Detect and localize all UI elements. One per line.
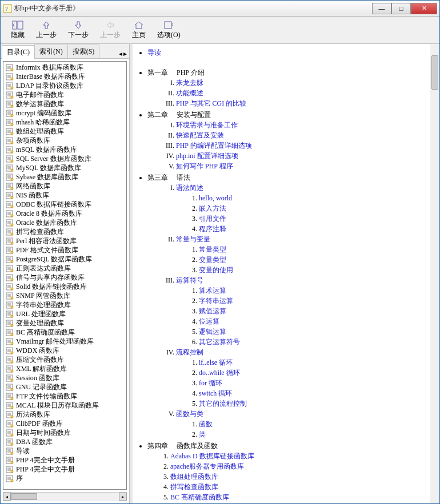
- forward-button[interactable]: 下一步: [62, 18, 94, 42]
- content-link[interactable]: 赋值运算: [199, 307, 226, 315]
- content-link[interactable]: 来龙去脉: [176, 79, 203, 87]
- hide-nav-button[interactable]: 隐藏: [5, 18, 30, 42]
- tree-item[interactable]: Session 函数库: [6, 373, 126, 382]
- tree-item[interactable]: 历法函数库: [6, 410, 126, 419]
- minimize-button[interactable]: —: [372, 3, 391, 14]
- content-link[interactable]: 算术运算: [199, 287, 226, 295]
- content-link[interactable]: 其它运算符号: [199, 338, 240, 346]
- tree-item[interactable]: 网络函数库: [6, 182, 126, 191]
- scroll-thumb[interactable]: [11, 493, 37, 500]
- tree-item[interactable]: Perl 相容语法函数库: [6, 236, 126, 245]
- content-link[interactable]: 函数: [199, 420, 213, 428]
- tree-item[interactable]: URL 处理函数库: [6, 309, 126, 318]
- tab-index[interactable]: 索引(N): [34, 45, 68, 58]
- tree-item[interactable]: 杂项函数库: [6, 136, 126, 145]
- tree-h-scrollbar[interactable]: ◂ ▸: [3, 492, 127, 501]
- tree-item[interactable]: Vmailmgr 邮件处理函数库: [6, 337, 126, 346]
- tree-item[interactable]: mcrypt 编码函数库: [6, 108, 126, 118]
- tree-item[interactable]: 信号与共享内存函数库: [6, 273, 126, 282]
- home-button[interactable]: 主页: [126, 18, 151, 42]
- content-link[interactable]: 常量与变量: [176, 235, 210, 243]
- content-link[interactable]: 常量类型: [199, 245, 226, 253]
- content-link[interactable]: 功能概述: [176, 89, 203, 97]
- tree-item[interactable]: 导读: [6, 446, 126, 455]
- tree-item[interactable]: LDAP 目录协议函数库: [6, 81, 126, 90]
- content-link[interactable]: 拼写检查函数库: [170, 483, 218, 491]
- tree-item[interactable]: 变量处理函数库: [6, 318, 126, 328]
- tree-item[interactable]: GNU 记录函数库: [6, 382, 126, 392]
- content-link[interactable]: php.ini 配置详细选项: [176, 152, 238, 160]
- tree-item[interactable]: ClibPDF 函数库: [6, 419, 126, 428]
- tree-item[interactable]: MCAL 模块日历存取函数库: [6, 401, 126, 410]
- tree-item[interactable]: Oracle 8 数据库函数库: [6, 209, 126, 218]
- content-link[interactable]: 其它的流程控制: [199, 400, 247, 408]
- back-button[interactable]: 上一步: [30, 18, 62, 42]
- content-link[interactable]: 运算符号: [176, 276, 203, 284]
- content-link[interactable]: for 循环: [199, 379, 222, 387]
- maximize-button[interactable]: □: [391, 3, 411, 14]
- scroll-left-arrow[interactable]: ◂: [3, 493, 11, 501]
- tree-item[interactable]: BC 高精确度函数库: [6, 328, 126, 337]
- tree-item[interactable]: FTP 文件传输函数库: [6, 392, 126, 401]
- content-link[interactable]: 位运算: [199, 317, 219, 325]
- content-link[interactable]: 快速配置及安装: [176, 131, 224, 139]
- content-link[interactable]: 环境需求与准备工作: [176, 121, 238, 129]
- content-link[interactable]: 逻辑运算: [199, 328, 226, 336]
- tree-item[interactable]: PDF 格式文件函数库: [6, 245, 126, 255]
- tree-item[interactable]: PostgreSQL 数据库函数库: [6, 255, 126, 264]
- content-link[interactable]: 引用文件: [199, 215, 226, 223]
- content-link[interactable]: hello, world: [199, 194, 232, 202]
- tree-item[interactable]: SNMP 网管函数库: [6, 291, 126, 300]
- content-link[interactable]: switch 循环: [199, 389, 232, 397]
- tree-item[interactable]: Sybase 数据库函数库: [6, 172, 126, 182]
- tree-item[interactable]: 正则表达式函数库: [6, 264, 126, 273]
- content-link[interactable]: 流程控制: [176, 348, 203, 356]
- content-link[interactable]: 变量类型: [199, 256, 226, 264]
- tab-search[interactable]: 搜索(S): [67, 45, 100, 58]
- content-link[interactable]: do..while 循环: [199, 369, 240, 377]
- tree-item[interactable]: 序: [6, 474, 126, 483]
- tree-item[interactable]: Informix 数据库函数库: [6, 63, 126, 72]
- close-button[interactable]: ✕: [411, 3, 437, 14]
- tree-item[interactable]: PHP 4完全中文手册: [6, 455, 126, 465]
- toc-tree[interactable]: Informix 数据库函数库InterBase 数据库函数库LDAP 目录协议…: [3, 61, 127, 490]
- content-link[interactable]: BC 高精确度函数库: [170, 493, 229, 501]
- tree-item[interactable]: Solid 数据库链接函数库: [6, 282, 126, 291]
- tree-item[interactable]: SQL Server 数据库函数库: [6, 154, 126, 163]
- content-link[interactable]: 嵌入方法: [199, 204, 226, 212]
- content-link[interactable]: 字符串运算: [199, 297, 233, 305]
- tree-item[interactable]: PHP 4完全中文手册: [6, 465, 126, 474]
- content-link[interactable]: 如何写作 PHP 程序: [176, 162, 233, 170]
- tab-contents[interactable]: 目录(C): [2, 45, 35, 59]
- tree-item[interactable]: XML 解析函数库: [6, 364, 126, 373]
- tree-item[interactable]: NIS 函数库: [6, 191, 126, 200]
- content-link[interactable]: apache服务器专用函数库: [170, 462, 244, 470]
- tree-item[interactable]: MySQL 数据库函数库: [6, 163, 126, 172]
- tree-item[interactable]: 字符串处理函数库: [6, 300, 126, 309]
- content-link[interactable]: 变量的使用: [199, 266, 233, 274]
- tree-item[interactable]: 数组处理函数库: [6, 127, 126, 136]
- content-link[interactable]: Adabas D 数据库链接函数库: [170, 452, 254, 460]
- tree-item[interactable]: DBA 函数库: [6, 437, 126, 446]
- tree-item[interactable]: 压缩文件函数库: [6, 355, 126, 364]
- content-link[interactable]: 类: [199, 430, 206, 438]
- tree-item[interactable]: 电子邮件函数库: [6, 90, 126, 99]
- content-link[interactable]: if..else 循环: [199, 358, 233, 366]
- tree-item[interactable]: ODBC 数据库链接函数库: [6, 200, 126, 209]
- content-link[interactable]: 数组处理函数库: [170, 473, 218, 481]
- tree-item[interactable]: mSQL 数据库函数库: [6, 145, 126, 154]
- content-pane[interactable]: 导读 第一章 PHP 介绍 来龙去脉功能概述PHP 与其它 CGI 的比较 第二…: [133, 44, 439, 503]
- content-link[interactable]: 程序注释: [199, 225, 226, 233]
- content-link[interactable]: 函数与类: [176, 410, 203, 418]
- tree-item[interactable]: 数学运算函数库: [6, 99, 126, 108]
- content-link[interactable]: 语法简述: [176, 184, 203, 192]
- tree-item[interactable]: 拼写检查函数库: [6, 227, 126, 236]
- content-link[interactable]: PHP 的编译配置详细选项: [176, 142, 252, 150]
- content-link[interactable]: PHP 与其它 CGI 的比较: [176, 99, 246, 107]
- tree-item[interactable]: InterBase 数据库函数库: [6, 72, 126, 81]
- scroll-thumb[interactable]: [431, 55, 438, 90]
- tree-item[interactable]: WDDX 函数库: [6, 346, 126, 355]
- tree-item[interactable]: 日期与时间函数库: [6, 428, 126, 437]
- tree-item[interactable]: Oracle 数据库函数库: [6, 218, 126, 227]
- content-v-scrollbar[interactable]: [430, 44, 439, 503]
